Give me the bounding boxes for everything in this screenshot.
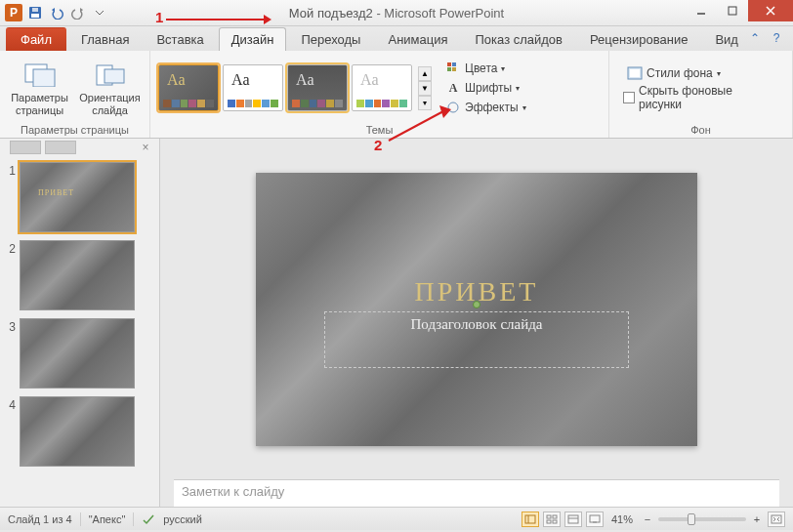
qat-customize-icon[interactable] <box>90 3 109 22</box>
slide-thumbnail-1[interactable]: ПРИВЕТ <box>20 162 135 232</box>
theme-thumb-4[interactable]: Aa <box>352 64 412 111</box>
slide-counter: Слайд 1 из 4 <box>8 513 72 525</box>
svg-rect-2 <box>32 8 38 12</box>
theme-gallery: Aa Aa Aa Aa ▲ ▼ ▾ <box>158 64 432 111</box>
slide-thumbnail-pane: × 1 ПРИВЕТ 2 3 4 <box>0 139 160 507</box>
window-title: Мой подъезд2 - Microsoft PowerPoint <box>0 6 793 20</box>
theme-effects-button[interactable]: Эффекты ▾ <box>441 99 530 116</box>
theme-thumb-1[interactable]: Aa <box>158 64 219 111</box>
theme-thumb-3[interactable]: Aa <box>287 64 348 111</box>
notes-pane[interactable]: Заметки к слайду <box>174 479 779 507</box>
sorter-view-button[interactable] <box>543 512 561 527</box>
slide-thumbnail-4[interactable] <box>20 396 135 467</box>
svg-rect-26 <box>590 515 600 522</box>
thumb-row-2: 2 <box>4 240 155 310</box>
effects-icon <box>445 100 461 115</box>
thumb-row-3: 3 <box>4 318 155 389</box>
tab-animations[interactable]: Анимация <box>375 27 460 51</box>
tab-slideshow[interactable]: Показ слайдов <box>463 27 576 51</box>
background-styles-button[interactable]: Стили фона ▾ <box>623 64 725 82</box>
subtitle-placeholder[interactable]: Подзаголовок слайда <box>324 311 629 368</box>
slide-subtitle-text[interactable]: Подзаголовок слайда <box>411 316 543 367</box>
tab-view[interactable]: Вид <box>702 27 751 51</box>
zoom-slider-knob[interactable] <box>688 513 695 525</box>
svg-rect-12 <box>452 62 456 66</box>
group-background: Стили фона ▾ Скрыть фоновые рисунки Фон <box>609 51 793 138</box>
slide-editor[interactable]: ПРИВЕТ Подзаголовок слайда <box>160 139 793 479</box>
pane-tab-strip: × <box>0 139 159 156</box>
checkbox-icon <box>623 92 635 103</box>
thumb-number: 1 <box>4 162 16 178</box>
slide-thumbnail-2[interactable] <box>20 240 135 310</box>
title-bar: P Мой подъезд2 - Microsoft PowerPoint <box>0 0 793 26</box>
redo-icon[interactable] <box>68 3 88 22</box>
hide-bg-graphics-checkbox[interactable]: Скрыть фоновые рисунки <box>623 84 778 111</box>
slideshow-view-button[interactable] <box>586 512 604 527</box>
colors-label: Цвета <box>465 61 497 75</box>
pane-tab-slides[interactable] <box>10 141 41 154</box>
zoom-percent[interactable]: 41% <box>611 513 633 525</box>
svg-rect-10 <box>104 69 124 83</box>
tab-review[interactable]: Рецензирование <box>577 27 700 51</box>
hide-bg-label: Скрыть фоновые рисунки <box>639 84 778 111</box>
bg-styles-label: Стили фона <box>647 66 713 80</box>
fit-to-window-button[interactable] <box>768 512 785 527</box>
theme-colors-button[interactable]: Цвета ▾ <box>441 60 530 77</box>
group-themes: Aa Aa Aa Aa ▲ ▼ ▾ <box>150 51 609 138</box>
thumb-title-text: ПРИВЕТ <box>38 188 74 197</box>
theme-scroll-down[interactable]: ▼ <box>418 81 432 96</box>
thumb-number: 2 <box>4 240 16 256</box>
svg-rect-23 <box>553 520 557 523</box>
app-menu-icon[interactable]: P <box>4 3 23 22</box>
minimize-ribbon-icon[interactable]: ⌃ <box>746 29 764 47</box>
help-icon[interactable]: ? <box>768 29 785 47</box>
thumb-row-1: 1 ПРИВЕТ <box>4 162 155 232</box>
minimize-button[interactable] <box>686 0 717 21</box>
maximize-button[interactable] <box>717 0 748 21</box>
slide[interactable]: ПРИВЕТ Подзаголовок слайда <box>256 173 697 446</box>
slide-orientation-button[interactable]: Ориентация слайда <box>78 57 143 118</box>
bg-styles-icon <box>627 65 643 81</box>
orientation-icon <box>95 59 126 90</box>
slide-thumbnail-3[interactable] <box>20 318 135 389</box>
theme-fonts-button[interactable]: A Шрифты ▾ <box>441 79 530 97</box>
undo-icon[interactable] <box>47 3 66 22</box>
zoom-slider[interactable] <box>658 517 746 521</box>
quick-access-toolbar: P <box>0 3 109 22</box>
reading-view-button[interactable] <box>564 512 582 527</box>
status-bar: Слайд 1 из 4 "Апекс" русский 41% − + <box>0 507 793 530</box>
tab-home[interactable]: Главная <box>68 27 142 51</box>
pane-tab-outline[interactable] <box>45 141 76 154</box>
zoom-in-button[interactable]: + <box>750 512 764 526</box>
svg-point-15 <box>448 102 458 112</box>
tab-file[interactable]: Файл <box>6 27 66 51</box>
group-label-background: Фон <box>690 124 711 136</box>
language-indicator[interactable]: русский <box>163 513 201 525</box>
save-icon[interactable] <box>25 3 45 22</box>
svg-rect-24 <box>568 515 578 523</box>
svg-rect-8 <box>33 69 55 87</box>
powerpoint-icon: P <box>5 4 22 21</box>
svg-rect-22 <box>547 520 551 523</box>
pane-close-button[interactable]: × <box>138 140 153 155</box>
svg-rect-14 <box>452 67 456 71</box>
tab-transitions[interactable]: Переходы <box>288 27 373 51</box>
zoom-out-button[interactable]: − <box>641 512 654 526</box>
theme-scroll-up[interactable]: ▲ <box>418 66 432 81</box>
page-setup-label: Параметры страницы <box>11 92 68 116</box>
theme-name: "Апекс" <box>89 513 126 525</box>
close-button[interactable] <box>748 0 793 21</box>
theme-options: Цвета ▾ A Шрифты ▾ Эффекты ▾ <box>438 58 534 118</box>
thumbnail-list[interactable]: 1 ПРИВЕТ 2 3 4 <box>0 156 159 507</box>
rotation-handle[interactable] <box>473 301 480 308</box>
spellcheck-icon[interactable] <box>142 512 155 526</box>
page-setup-button[interactable]: Параметры страницы <box>8 57 72 118</box>
tab-design[interactable]: Дизайн <box>219 27 287 51</box>
svg-rect-1 <box>31 14 39 18</box>
normal-view-button[interactable] <box>522 512 539 527</box>
theme-gallery-more[interactable]: ▾ <box>418 96 432 110</box>
svg-rect-4 <box>729 7 736 15</box>
window-controls <box>686 0 793 21</box>
tab-insert[interactable]: Вставка <box>144 27 216 51</box>
theme-thumb-2[interactable]: Aa <box>223 64 283 111</box>
